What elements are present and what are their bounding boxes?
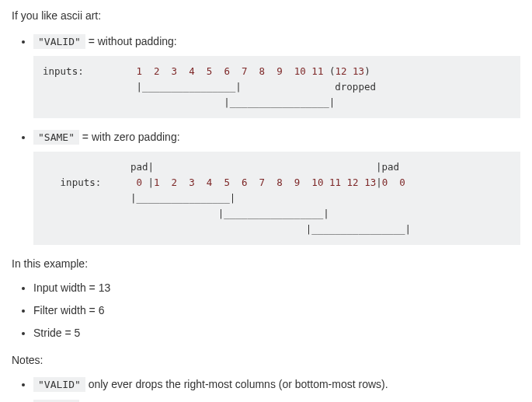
padding-list: "VALID" = without padding: inputs: 1 2 3… [12,33,520,245]
note-valid-text: only ever drops the right-most columns (… [85,378,388,390]
same-desc: = with zero padding: [79,131,180,143]
example-heading: In this example: [12,256,520,272]
note-valid-code: "VALID" [33,377,85,392]
intro-text: If you like ascii art: [12,8,520,24]
same-ascii: pad| |pad inputs: 0 |1 2 3 4 5 6 7 8 9 1… [43,161,411,235]
note-valid: "VALID" only ever drops the right-most c… [33,376,520,393]
same-code: "SAME" [33,130,79,145]
notes-list: "VALID" only ever drops the right-most c… [12,376,520,402]
example-list: Input width = 13 Filter width = 6 Stride… [12,280,520,341]
list-item: Filter width = 6 [33,302,520,319]
list-item: Stride = 5 [33,325,520,341]
list-item: Input width = 13 [33,280,520,296]
same-item: "SAME" = with zero padding: pad| |pad in… [33,129,520,245]
valid-codeblock: inputs: 1 2 3 4 5 6 7 8 9 10 11 (12 13) … [33,56,520,118]
notes-heading: Notes: [12,352,520,369]
note-same: "SAME" tries to pad evenly left and righ… [33,399,520,402]
valid-item: "VALID" = without padding: inputs: 1 2 3… [33,33,520,118]
valid-ascii: inputs: 1 2 3 4 5 6 7 8 9 10 11 (12 13) … [43,65,376,108]
valid-code: "VALID" [33,34,85,49]
valid-desc: = without padding: [85,35,177,47]
same-codeblock: pad| |pad inputs: 0 |1 2 3 4 5 6 7 8 9 1… [33,152,520,245]
